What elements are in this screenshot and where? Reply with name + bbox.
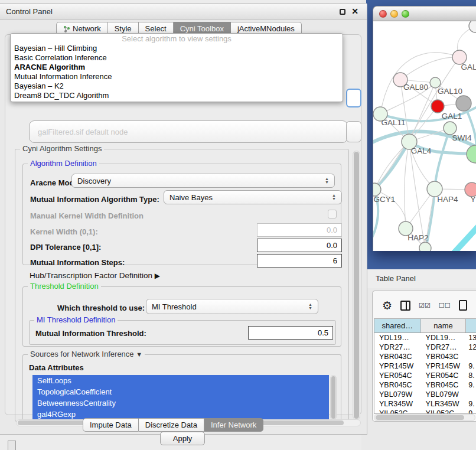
table-cell: YBR043C xyxy=(421,352,467,361)
float-window-icon[interactable] xyxy=(340,9,345,15)
table-row[interactable]: YBR043CYBR043C xyxy=(374,352,476,361)
table-row[interactable]: YPR145WYPR145W9. xyxy=(374,361,476,371)
aracne-mode-combobox[interactable]: Discovery ▲▼ xyxy=(71,174,335,188)
algorithm-option[interactable]: ARACNE Algorithm xyxy=(11,63,343,72)
attribute-item[interactable]: SelfLoops xyxy=(32,375,329,386)
algorithm-selection-popup: Select algorithm to view settings Bayesi… xyxy=(10,33,343,102)
table-row[interactable]: YER054CYER054C8. xyxy=(374,371,476,380)
node-label: GAL80 xyxy=(403,83,428,92)
tab-label: Select xyxy=(145,24,167,33)
kernel-width-field[interactable]: 0.0 xyxy=(257,223,342,237)
spinner-arrows-icon: ▲▼ xyxy=(325,177,329,184)
table-header-row: shared…name xyxy=(374,319,476,333)
algorithm-option[interactable]: Dream8 DC_TDC Algorithm xyxy=(11,91,343,100)
sources-group-title[interactable]: Sources for Network Inference ▼ xyxy=(28,350,145,358)
algorithm-option[interactable]: Basic Correlation Inference xyxy=(11,53,343,63)
network-canvas[interactable]: GALGAL80GAL10GAL1GAL11SWI4GAL4GCY1HAP4YH… xyxy=(373,21,476,251)
checked-pair-icon[interactable]: ☑☑ xyxy=(419,302,431,309)
inference-algorithm-combobox-fragment[interactable] xyxy=(346,89,361,107)
aracne-mode-value: Discovery xyxy=(77,177,111,185)
close-traffic-light-icon[interactable] xyxy=(379,10,387,18)
table-panel-header: Table Panel xyxy=(366,269,476,288)
algorithm-option[interactable]: Bayesian – Hill Climbing xyxy=(11,44,343,53)
network-node[interactable] xyxy=(419,242,431,251)
settings-vertical-scrollbar[interactable] xyxy=(353,151,360,420)
network-node[interactable] xyxy=(467,145,476,163)
attribute-item[interactable]: TopologicalCoefficient xyxy=(32,386,329,397)
network-node-swi4[interactable] xyxy=(444,122,457,135)
table-cell: YLR345W xyxy=(374,399,421,409)
mi-type-combobox[interactable]: Naive Bayes ▲▼ xyxy=(164,190,342,204)
table-row[interactable]: YDL19…YDL19…13 xyxy=(374,333,476,343)
column-header[interactable]: shared… xyxy=(374,319,421,332)
node-label: GAL10 xyxy=(438,87,462,96)
network-node-gal1[interactable] xyxy=(431,100,444,113)
algorithm-option[interactable]: Mutual Information Inference xyxy=(11,72,343,81)
attributes-scrollbar[interactable] xyxy=(330,375,337,420)
which-threshold-value: MI Threshold xyxy=(152,302,197,311)
tab-infer-network[interactable]: Infer Network xyxy=(204,418,263,432)
table-cell: YDR27… xyxy=(374,343,421,352)
unchecked-pair-icon[interactable]: ☐☐ xyxy=(439,302,451,309)
cyni-algorithm-settings-group: Cyni Algorithm Settings Algorithm Defini… xyxy=(15,149,349,422)
table-cell xyxy=(466,390,476,399)
table-body: YDL19…YDL19…13YDR27…YDR27…12YBR043CYBR04… xyxy=(374,333,476,414)
settings-scrollbar-thumb[interactable] xyxy=(354,152,359,419)
spinner-arrows-icon: ▲▼ xyxy=(332,194,336,201)
tab-impute-data[interactable]: Impute Data xyxy=(83,418,139,432)
which-threshold-label: Which threshold to use: xyxy=(57,304,145,312)
attribute-item[interactable]: BetweennessCentrality xyxy=(32,397,329,409)
new-page-icon[interactable] xyxy=(459,300,467,311)
table-cell: YLR345W xyxy=(421,399,467,409)
node-label: GAL4 xyxy=(411,146,432,155)
table-selection-combobox[interactable]: galFiltered.sif default node xyxy=(29,120,348,143)
table-cell: YIL052C xyxy=(421,409,467,414)
control-panel-title: Control Panel xyxy=(6,7,53,16)
which-threshold-combobox[interactable]: MI Threshold ▲▼ xyxy=(146,299,318,314)
table-row[interactable]: YLR345WYLR345W9. xyxy=(374,399,476,409)
network-window-titlebar[interactable] xyxy=(373,6,476,21)
split-columns-icon[interactable] xyxy=(400,301,410,311)
manual-kernel-checkbox[interactable] xyxy=(328,210,337,219)
tab-discretize-data[interactable]: Discretize Data xyxy=(139,418,204,432)
spinner-arrows-icon: ▲▼ xyxy=(308,303,312,310)
algorithm-definition-title: Algorithm Definition xyxy=(28,159,99,168)
apply-button[interactable]: Apply xyxy=(160,432,205,445)
sources-group: Sources for Network Inference ▼ Data Att… xyxy=(22,354,341,420)
node-attribute-table: shared…name YDL19…YDL19…13YDR27…YDR27…12… xyxy=(374,318,476,414)
close-icon[interactable]: ✕ xyxy=(351,6,358,16)
network-combobox-fragment[interactable] xyxy=(346,121,361,142)
attributes-scrollbar-thumb[interactable] xyxy=(331,376,335,419)
dpi-tolerance-field[interactable]: 0.0 xyxy=(257,239,342,252)
column-header[interactable]: name xyxy=(421,319,467,332)
table-row[interactable]: YBR045CYBR045C9. xyxy=(374,380,476,390)
mi-threshold-group-title: MI Threshold Definition xyxy=(34,315,118,324)
algorithm-list: Bayesian – Hill ClimbingBasic Correlatio… xyxy=(11,44,343,100)
table-row[interactable]: YBL079WYBL079W xyxy=(374,390,476,399)
hub-definition-label: Hub/Transcription Factor Definition xyxy=(30,271,152,280)
threshold-definition-group: Threshold Definition Which threshold to … xyxy=(22,286,341,347)
hub-definition-toggle[interactable]: Hub/Transcription Factor Definition ▶ xyxy=(30,271,160,280)
mi-steps-label: Mutual Information Steps: xyxy=(30,258,125,267)
data-attributes-list: SelfLoopsTopologicalCoefficientBetweenne… xyxy=(32,375,329,420)
table-selection-value: galFiltered.sif default node xyxy=(38,128,128,136)
gear-icon[interactable]: ⚙ xyxy=(382,299,392,312)
network-node[interactable] xyxy=(469,21,476,32)
mi-threshold-field[interactable]: 0.5 xyxy=(248,326,333,340)
node-label: HAP4 xyxy=(437,195,458,204)
algorithm-prompt: Select algorithm to view settings xyxy=(11,34,343,44)
minimize-traffic-light-icon[interactable] xyxy=(390,10,398,18)
column-header[interactable] xyxy=(466,319,476,332)
node-label: GAL xyxy=(461,63,476,71)
table-row[interactable]: YDR27…YDR27…12 xyxy=(374,343,476,352)
table-hscroll-thumb[interactable] xyxy=(376,415,464,420)
mi-steps-field[interactable]: 6 xyxy=(257,254,342,268)
zoom-traffic-light-icon[interactable] xyxy=(402,10,409,18)
network-node[interactable] xyxy=(456,96,471,111)
table-cell: YBL079W xyxy=(421,390,467,399)
table-cell: 13 xyxy=(466,333,476,343)
minimized-panel-grip[interactable] xyxy=(8,441,16,450)
algorithm-option[interactable]: Bayesian – K2 xyxy=(11,81,343,91)
table-horizontal-scrollbar[interactable] xyxy=(374,414,475,421)
table-row[interactable]: YIL052CYIL052C9. xyxy=(374,409,476,414)
